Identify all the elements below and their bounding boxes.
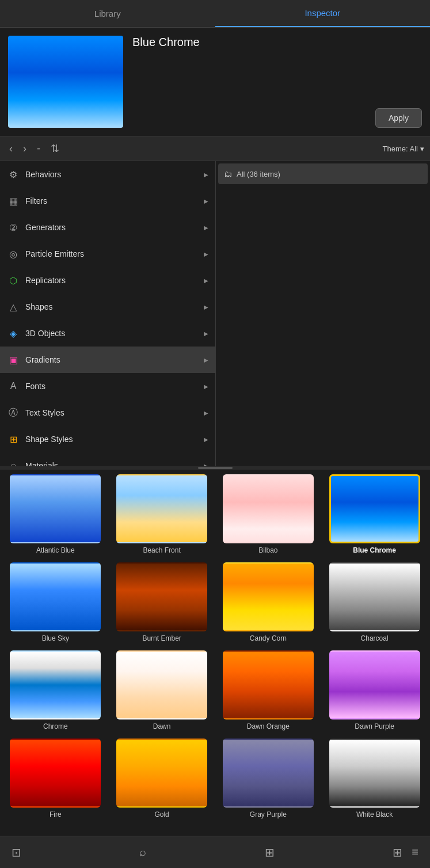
gradient-thumb-burnt-ember — [116, 562, 207, 631]
gradient-thumb-chrome — [10, 650, 101, 719]
gradient-name-blue-sky: Blue Sky — [42, 634, 69, 642]
right-panel: 🗂 All (36 items) — [216, 161, 430, 466]
minus-button[interactable]: - — [33, 140, 44, 157]
gradient-thumb-dawn-purple — [329, 650, 420, 719]
category-label-particle-emitters: Particle Emitters — [25, 249, 204, 258]
gradient-item-gold[interactable]: Gold — [111, 738, 213, 822]
category-label-behaviors: Behaviors — [25, 170, 204, 179]
toolbar: ‹ › - ⇅ Theme: All ▾ — [0, 136, 430, 161]
preview-image — [8, 36, 123, 128]
category-item-text-styles[interactable]: ⒶText Styles▶ — [0, 399, 215, 426]
preview-info: Blue Chrome Apply — [132, 36, 422, 128]
theme-arrow-icon: ▾ — [420, 144, 424, 153]
gradient-name-candy-corn: Candy Corn — [250, 634, 287, 642]
category-item-3d-objects[interactable]: ◈3D Objects▶ — [0, 320, 215, 347]
all-items-header[interactable]: 🗂 All (36 items) — [218, 163, 428, 184]
bottom-icons-right: ⊞ ≡ — [393, 846, 418, 859]
gradient-name-gold: Gold — [154, 810, 169, 818]
theme-label: Theme: All — [383, 144, 418, 153]
gradient-thumb-candy-corn — [223, 562, 314, 631]
gradient-item-blue-sky[interactable]: Blue Sky — [5, 562, 106, 646]
category-item-particle-emitters[interactable]: ◎Particle Emitters▶ — [0, 241, 215, 267]
3d-objects-icon: ◈ — [7, 327, 20, 340]
gradient-thumb-dawn-orange — [223, 650, 314, 719]
grid-bottom-icon[interactable]: ⊞ — [393, 846, 402, 859]
gradient-item-bilbao[interactable]: Bilbao — [218, 474, 319, 558]
gradient-item-charcoal[interactable]: Charcoal — [324, 562, 425, 646]
gradient-thumb-charcoal — [329, 562, 420, 631]
category-item-fonts[interactable]: AFonts▶ — [0, 373, 215, 399]
gradient-grid: Atlantic BlueBeach FrontBilbaoBlue Chrom… — [0, 470, 430, 827]
gradient-thumb-gold — [116, 738, 207, 808]
gradient-item-blue-chrome[interactable]: Blue Chrome — [324, 474, 425, 558]
gradient-item-dawn-purple[interactable]: Dawn Purple — [324, 650, 425, 734]
gradients-icon: ▣ — [7, 353, 20, 366]
category-arrow-replicators: ▶ — [204, 277, 208, 284]
generators-icon: ② — [7, 221, 20, 234]
category-label-fonts: Fonts — [25, 382, 204, 391]
gradient-name-atlantic-blue: Atlantic Blue — [36, 546, 75, 554]
category-item-materials[interactable]: ○Materials▶ — [0, 452, 215, 466]
preview-title: Blue Chrome — [132, 36, 422, 49]
preview-area: Blue Chrome Apply — [0, 28, 430, 136]
gradient-item-white-black[interactable]: White Black — [324, 738, 425, 822]
category-arrow-generators: ▶ — [204, 224, 208, 231]
category-label-gradients: Gradients — [25, 355, 204, 364]
category-item-behaviors[interactable]: ⚙Behaviors▶ — [0, 161, 215, 188]
category-item-shape-styles[interactable]: ⊞Shape Styles▶ — [0, 426, 215, 452]
updown-button[interactable]: ⇅ — [47, 140, 63, 157]
materials-icon: ○ — [7, 459, 20, 466]
bottom-bar: ⊡ ⌕ ⊞ ⊞ ≡ — [0, 836, 430, 868]
gradient-item-dawn[interactable]: Dawn — [111, 650, 213, 734]
back-button[interactable]: ‹ — [6, 140, 16, 157]
category-label-shapes: Shapes — [25, 302, 204, 311]
gradient-item-candy-corn[interactable]: Candy Corn — [218, 562, 319, 646]
category-item-gradients[interactable]: ▣Gradients▶ — [0, 347, 215, 373]
category-item-replicators[interactable]: ⬡Replicators▶ — [0, 267, 215, 294]
category-arrow-gradients: ▶ — [204, 357, 208, 363]
gradient-name-gray-purple: Gray Purple — [250, 810, 287, 818]
gradient-item-dawn-orange[interactable]: Dawn Orange — [218, 650, 319, 734]
category-arrow-3d-objects: ▶ — [204, 330, 208, 337]
gradient-thumb-atlantic-blue — [10, 474, 101, 543]
category-item-generators[interactable]: ②Generators▶ — [0, 214, 215, 241]
tab-library[interactable]: Library — [0, 0, 215, 27]
theme-selector[interactable]: Theme: All ▾ — [383, 144, 424, 153]
gradient-item-beach-front[interactable]: Beach Front — [111, 474, 213, 558]
gradient-name-charcoal: Charcoal — [361, 634, 389, 642]
category-label-text-styles: Text Styles — [25, 408, 204, 417]
gradient-item-chrome[interactable]: Chrome — [5, 650, 106, 734]
gradient-name-dawn: Dawn — [153, 722, 171, 730]
folder-icon: 🗂 — [224, 169, 232, 178]
gradient-thumb-white-black — [329, 738, 420, 808]
tab-inspector[interactable]: Inspector — [215, 0, 431, 27]
window-bottom-icon[interactable]: ⊞ — [265, 846, 275, 859]
menu-bottom-icon[interactable]: ≡ — [412, 846, 418, 859]
gradient-item-burnt-ember[interactable]: Burnt Ember — [111, 562, 213, 646]
gradient-thumb-dawn — [116, 650, 207, 719]
text-styles-icon: Ⓐ — [7, 406, 20, 419]
search-bottom-icon[interactable]: ⌕ — [139, 846, 146, 859]
category-arrow-materials: ▶ — [204, 463, 208, 467]
category-item-shapes[interactable]: △Shapes▶ — [0, 294, 215, 320]
category-list: ⚙Behaviors▶▦Filters▶②Generators▶◎Particl… — [0, 161, 216, 466]
gradient-name-fire: Fire — [50, 810, 62, 818]
category-arrow-text-styles: ▶ — [204, 410, 208, 416]
forward-button[interactable]: › — [20, 140, 30, 157]
category-arrow-shapes: ▶ — [204, 304, 208, 310]
top-tabs: Library Inspector — [0, 0, 430, 28]
particle-emitters-icon: ◎ — [7, 248, 20, 260]
gradient-name-dawn-orange: Dawn Orange — [247, 722, 290, 730]
category-item-filters[interactable]: ▦Filters▶ — [0, 188, 215, 214]
gradient-name-beach-front: Beach Front — [143, 546, 180, 554]
folder-bottom-icon[interactable]: ⊡ — [12, 846, 21, 859]
category-label-materials: Materials — [25, 461, 204, 466]
category-label-replicators: Replicators — [25, 276, 204, 285]
category-label-3d-objects: 3D Objects — [25, 329, 204, 338]
gradient-item-fire[interactable]: Fire — [5, 738, 106, 822]
gradient-item-atlantic-blue[interactable]: Atlantic Blue — [5, 474, 106, 558]
filters-icon: ▦ — [7, 195, 20, 207]
apply-button[interactable]: Apply — [375, 108, 422, 128]
behaviors-icon: ⚙ — [7, 168, 20, 181]
gradient-item-gray-purple[interactable]: Gray Purple — [218, 738, 319, 822]
